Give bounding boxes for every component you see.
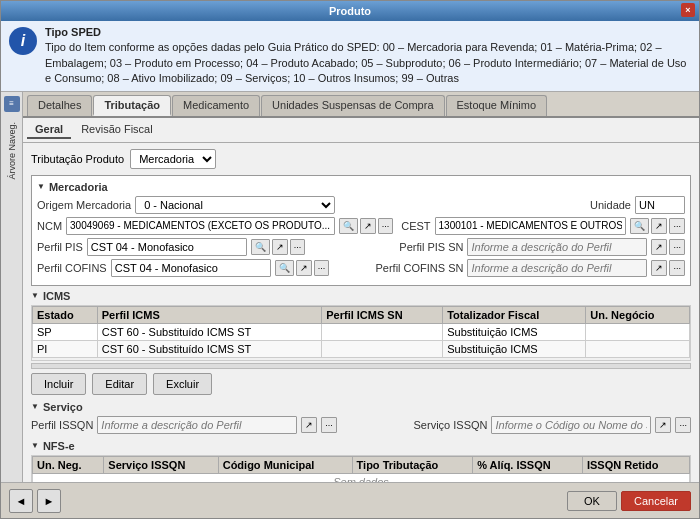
icms-scrollbar[interactable] xyxy=(31,363,691,369)
perfil-cofins-arrow-btn[interactable]: ↗ xyxy=(296,260,312,276)
icms-table: Estado Perfil ICMS Perfil ICMS SN Totali… xyxy=(32,306,690,358)
nfse-col-aliq: % Alíq. ISSQN xyxy=(473,456,583,473)
perfil-pis-input[interactable] xyxy=(87,238,247,256)
icms-col-estado: Estado xyxy=(33,306,98,323)
icms-header: ICMS xyxy=(31,290,691,302)
info-bar: i Tipo SPED Tipo do Item conforme as opç… xyxy=(1,21,699,92)
ncm-search-btn[interactable]: 🔍 xyxy=(339,218,358,234)
icms-col-perfil-sn: Perfil ICMS SN xyxy=(322,306,443,323)
servico-title: Serviço xyxy=(43,401,83,413)
nfse-table: Un. Neg. Serviço ISSQN Código Municipal … xyxy=(32,456,690,482)
info-text: Tipo SPED Tipo do Item conforme as opçõe… xyxy=(45,25,691,87)
origem-select[interactable]: 0 - Nacional xyxy=(135,196,335,214)
perfil-pis-sn-actions: ↗ ··· xyxy=(651,239,685,255)
ncm-dots-btn[interactable]: ··· xyxy=(378,218,394,234)
tab-tributacao[interactable]: Tributação xyxy=(93,95,171,116)
main-area: ≡ Árvore Naveg. Detalhes Tributação Medi… xyxy=(1,92,699,482)
nfse-col-codmunicipal: Código Municipal xyxy=(218,456,352,473)
perfil-cofins-sn-dots-btn[interactable]: ··· xyxy=(669,260,685,276)
cest-dots-btn[interactable]: ··· xyxy=(669,218,685,234)
main-tabs: Detalhes Tributação Medicamento Unidades… xyxy=(23,92,699,118)
icms-row2-perfil-sn xyxy=(322,340,443,357)
cest-actions: 🔍 ↗ ··· xyxy=(630,218,685,234)
ncm-arrow-btn[interactable]: ↗ xyxy=(360,218,376,234)
perfil-issqn-arrow-btn[interactable]: ↗ xyxy=(301,417,317,433)
table-row: Sem dados xyxy=(33,473,690,482)
icms-row2-uneg xyxy=(586,340,690,357)
sub-tab-revisao-fiscal[interactable]: Revisão Fiscal xyxy=(73,121,161,139)
icms-btn-row: Incluir Editar Excluir xyxy=(31,373,691,395)
icms-row2-totalizador: Substituição ICMS xyxy=(443,340,586,357)
icms-row1-totalizador: Substituição ICMS xyxy=(443,323,586,340)
perfil-cofins-sn-arrow-btn[interactable]: ↗ xyxy=(651,260,667,276)
perfil-issqn-label: Perfil ISSQN xyxy=(31,419,93,431)
perfil-pis-label: Perfil PIS xyxy=(37,241,83,253)
footer-actions: OK Cancelar xyxy=(567,491,691,511)
next-btn[interactable]: ► xyxy=(37,489,61,513)
perfil-cofins-sn-actions: ↗ ··· xyxy=(651,260,685,276)
perfil-cofins-input[interactable] xyxy=(111,259,271,277)
perfil-pis-search-btn[interactable]: 🔍 xyxy=(251,239,270,255)
mercadoria-title: Mercadoria xyxy=(49,181,108,193)
icms-table-container: Estado Perfil ICMS Perfil ICMS SN Totali… xyxy=(31,305,691,361)
nfse-no-data: Sem dados xyxy=(33,473,690,482)
footer: ◄ ► OK Cancelar xyxy=(1,482,699,518)
servico-issqn-arrow-btn[interactable]: ↗ xyxy=(655,417,671,433)
table-row: SP CST 60 - Substituído ICMS ST Substitu… xyxy=(33,323,690,340)
origem-label: Origem Mercadoria xyxy=(37,199,131,211)
servico-issqn-input[interactable] xyxy=(491,416,651,434)
icms-row1-perfil-sn xyxy=(322,323,443,340)
perfil-issqn-dots-btn[interactable]: ··· xyxy=(321,417,337,433)
perfil-pis-arrow-btn[interactable]: ↗ xyxy=(272,239,288,255)
tree-nav-icon[interactable]: ≡ xyxy=(4,96,20,112)
icms-col-totalizador: Totalizador Fiscal xyxy=(443,306,586,323)
tab-medicamento[interactable]: Medicamento xyxy=(172,95,260,116)
sub-tab-geral[interactable]: Geral xyxy=(27,121,71,139)
perfil-pis-dots-btn[interactable]: ··· xyxy=(290,239,306,255)
icms-delete-btn[interactable]: Excluir xyxy=(153,373,212,395)
ncm-input[interactable] xyxy=(66,217,335,235)
perfil-pis-sn-dots-btn[interactable]: ··· xyxy=(669,239,685,255)
mercadoria-header: Mercadoria xyxy=(37,181,685,193)
icms-col-perfil: Perfil ICMS xyxy=(97,306,322,323)
perfil-cofins-sn-input[interactable] xyxy=(467,259,647,277)
icms-row2-estado: PI xyxy=(33,340,98,357)
ncm-cest-row: NCM 🔍 ↗ ··· CEST 🔍 ↗ ··· xyxy=(37,217,685,235)
ok-button[interactable]: OK xyxy=(567,491,617,511)
cest-arrow-btn[interactable]: ↗ xyxy=(651,218,667,234)
unidade-input[interactable] xyxy=(635,196,685,214)
icms-row1-uneg xyxy=(586,323,690,340)
left-panel: ≡ Árvore Naveg. xyxy=(1,92,23,482)
tab-estoque-minimo[interactable]: Estoque Mínimo xyxy=(446,95,547,116)
info-description: Tipo do Item conforme as opções dadas pe… xyxy=(45,40,691,86)
content-area: Detalhes Tributação Medicamento Unidades… xyxy=(23,92,699,482)
icms-include-btn[interactable]: Incluir xyxy=(31,373,86,395)
perfil-cofins-row: Perfil COFINS 🔍 ↗ ··· Perfil COFINS SN ↗ xyxy=(37,259,685,277)
icms-edit-btn[interactable]: Editar xyxy=(92,373,147,395)
footer-nav: ◄ ► xyxy=(9,489,61,513)
tributacao-select[interactable]: Mercadoria xyxy=(130,149,216,169)
icms-row1-perfil: CST 60 - Substituído ICMS ST xyxy=(97,323,322,340)
cest-input[interactable] xyxy=(435,217,627,235)
perfil-cofins-dots-btn[interactable]: ··· xyxy=(314,260,330,276)
origem-row: Origem Mercadoria 0 - Nacional Unidade xyxy=(37,196,685,214)
perfil-issqn-input[interactable] xyxy=(97,416,297,434)
ncm-label: NCM xyxy=(37,220,62,232)
servico-issqn-dots-btn[interactable]: ··· xyxy=(675,417,691,433)
tab-detalhes[interactable]: Detalhes xyxy=(27,95,92,116)
icms-section: ICMS Estado Perfil ICMS Perfil ICMS SN T… xyxy=(31,290,691,395)
perfil-pis-row: Perfil PIS 🔍 ↗ ··· Perfil PIS SN ↗ ··· xyxy=(37,238,685,256)
nfse-col-tipotrib: Tipo Tributação xyxy=(352,456,473,473)
nfse-col-servico: Serviço ISSQN xyxy=(104,456,218,473)
prev-btn[interactable]: ◄ xyxy=(9,489,33,513)
cancel-button[interactable]: Cancelar xyxy=(621,491,691,511)
servico-section: Serviço Perfil ISSQN ↗ ··· Serviço ISSQN… xyxy=(31,401,691,434)
perfil-pis-sn-arrow-btn[interactable]: ↗ xyxy=(651,239,667,255)
tab-unidades-suspensas[interactable]: Unidades Suspensas de Compra xyxy=(261,95,444,116)
perfil-pis-sn-input[interactable] xyxy=(467,238,647,256)
perfil-cofins-search-btn[interactable]: 🔍 xyxy=(275,260,294,276)
close-button[interactable]: × xyxy=(681,3,695,17)
icms-col-uneg: Un. Negócio xyxy=(586,306,690,323)
info-title: Tipo SPED xyxy=(45,25,691,40)
cest-search-btn[interactable]: 🔍 xyxy=(630,218,649,234)
